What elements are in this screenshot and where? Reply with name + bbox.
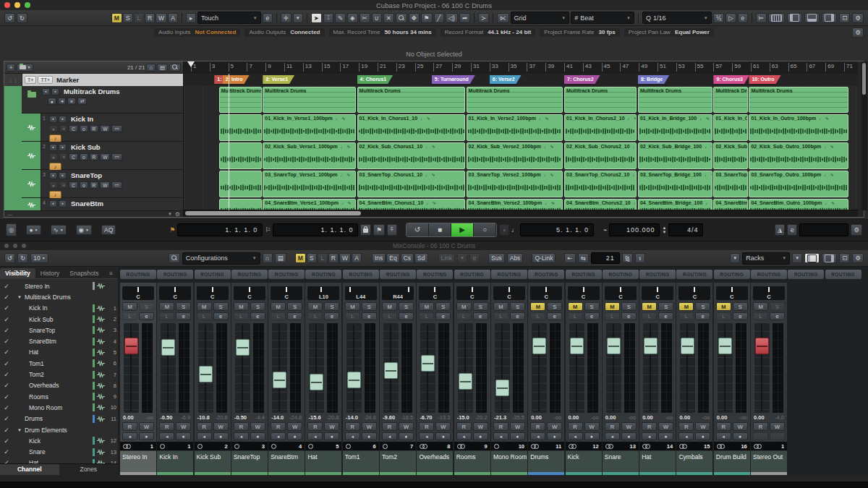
channel-name-row[interactable]: Tom2: [380, 451, 416, 475]
read-button[interactable]: R: [122, 422, 137, 431]
record-enable-button[interactable]: ●: [324, 432, 339, 440]
fader-track[interactable]: [606, 323, 621, 413]
racks-dropdown[interactable]: Racks▼: [742, 252, 790, 265]
automation-m-button[interactable]: M: [295, 253, 306, 263]
track-read-button[interactable]: R: [90, 125, 99, 132]
read-button[interactable]: R: [307, 422, 323, 431]
channel-name-row[interactable]: Drum Build: [714, 451, 750, 475]
marker-lane[interactable]: 1:2: Intro3: Verse14: Chorus15: Turnarou…: [184, 74, 858, 87]
mute-button[interactable]: M: [530, 302, 545, 311]
visibility-check-icon[interactable]: ✓: [0, 360, 13, 367]
pan-control[interactable]: C: [122, 286, 154, 300]
right-zone-button[interactable]: [822, 13, 837, 23]
channel-visibility-badge[interactable]: 10▼: [30, 253, 48, 263]
cycle-marker[interactable]: 9: Chorus3: [713, 75, 749, 84]
routing-rack-header[interactable]: ROUTING: [566, 270, 602, 279]
track-record-button[interactable]: ●: [49, 125, 58, 132]
fader-handle[interactable]: [161, 339, 175, 356]
channel-strip[interactable]: R44MSLe-9.60-16.5RW◂●7Tom2: [380, 283, 416, 475]
line-tool[interactable]: ╱: [434, 13, 444, 23]
pan-control[interactable]: L10: [307, 286, 339, 300]
read-button[interactable]: R: [568, 422, 583, 431]
solo-button[interactable]: S: [362, 302, 377, 311]
edit-channel-button[interactable]: e: [250, 312, 265, 320]
monitor-button[interactable]: ◂: [159, 432, 174, 440]
channel-strip[interactable]: CMSLe-0.50-6.9RW◂●1Kick In: [157, 283, 193, 475]
routing-rack-header[interactable]: ROUTING: [676, 270, 712, 279]
visibility-check-icon[interactable]: ✓: [0, 348, 13, 356]
quantize-dropdown[interactable]: Q 1/16▼: [642, 12, 712, 24]
redo-button[interactable]: ↻: [17, 13, 27, 23]
pan-control[interactable]: C: [678, 286, 710, 300]
listen-button[interactable]: L: [678, 312, 694, 320]
record-enable-button[interactable]: ●: [695, 432, 710, 440]
visibility-item[interactable]: ✓Stereo In: [0, 281, 118, 291]
edit-channel-button[interactable]: e: [510, 312, 525, 320]
channel-width-button[interactable]: ⇆: [578, 253, 589, 263]
folder-track-row[interactable]: ▪▪Multitrack Drums●◂≡⇄: [22, 86, 183, 114]
folder-event[interactable]: Multitrack Drums: [564, 87, 637, 113]
audio-event[interactable]: 01_Kick_In_Outro_100bpm♩ ∿: [749, 114, 848, 141]
visibility-item[interactable]: ✓Kick In1: [0, 303, 118, 314]
autoscroll-options-arrow[interactable]: ▼: [293, 13, 303, 23]
visibility-check-icon[interactable]: ✓: [0, 316, 13, 323]
write-button[interactable]: W: [733, 422, 748, 431]
audio-event[interactable]: 01_Kick_In_Chorus2_10♩ ∿: [564, 114, 637, 141]
position-field[interactable]: 5. 1. 1. 0: [520, 223, 594, 236]
left-locator-flag-icon[interactable]: ⚑: [169, 226, 175, 234]
write-button[interactable]: W: [473, 422, 488, 431]
monitor-button[interactable]: ◂: [122, 432, 137, 440]
listen-button[interactable]: L: [716, 312, 731, 320]
pan-control[interactable]: C: [234, 286, 265, 300]
solo-button[interactable]: S: [695, 302, 710, 311]
fader-handle[interactable]: [644, 338, 658, 354]
audio-event[interactable]: 01_Kick_In_Verse1_100bpm♩ ∿: [263, 114, 356, 141]
mix-redo-button[interactable]: ↻: [17, 253, 28, 263]
project-cursor[interactable]: [229, 74, 229, 210]
cycle-marker[interactable]: 6: Verse2: [490, 75, 522, 84]
track-lanes-button[interactable]: ▭: [111, 125, 122, 132]
solo-button[interactable]: S: [621, 302, 637, 311]
pan-control[interactable]: C: [419, 286, 451, 300]
solo-button[interactable]: S: [510, 302, 525, 311]
routing-rack-header[interactable]: ROUTING: [714, 270, 750, 279]
folder-record-button[interactable]: ●: [48, 98, 56, 105]
channel-strip[interactable]: L10MSLe-15.6-20.8RW◂●5Hat: [305, 283, 341, 475]
track-solo-button[interactable]: ▪: [59, 116, 67, 123]
track-solo-button[interactable]: ▪: [59, 144, 67, 151]
read-button[interactable]: R: [197, 422, 212, 431]
fader-handle[interactable]: [607, 338, 621, 354]
pan-control[interactable]: C: [716, 286, 748, 300]
track-lock-button[interactable]: o: [80, 125, 88, 132]
edit-channel-button[interactable]: e: [547, 312, 562, 320]
audio-event[interactable]: 01_Kick_In_Verse2_100bpm♩ ∿: [467, 114, 563, 141]
track-mute-button[interactable]: ▪: [49, 116, 57, 123]
fader-track[interactable]: [124, 323, 139, 413]
monitor-button[interactable]: ◂: [197, 432, 212, 440]
mute-button[interactable]: M: [642, 302, 657, 311]
edit-channel-button[interactable]: e: [658, 312, 673, 320]
audio-event[interactable]: 01_Kick_In_Bridge_100♩ ∿: [638, 114, 712, 141]
read-button[interactable]: R: [642, 422, 657, 431]
edit-channel-button[interactable]: e: [435, 312, 451, 320]
add-cycle-marker-button[interactable]: TT+: [38, 76, 53, 84]
cycle-button[interactable]: ↺: [407, 223, 429, 236]
mute-button[interactable]: M: [345, 302, 360, 311]
track-lanes-button[interactable]: ▭: [111, 181, 122, 189]
channel-name-row[interactable]: Stereo Out: [751, 451, 787, 475]
grid-type-dropdown[interactable]: # Beat▼: [571, 12, 634, 24]
record-enable-button[interactable]: ●: [435, 432, 451, 440]
channel-name-row[interactable]: SnareBtm: [268, 451, 305, 475]
track-setup-gear[interactable]: ⚙: [175, 211, 180, 218]
fader-handle[interactable]: [459, 373, 472, 390]
draw-tool[interactable]: ✎: [335, 13, 346, 23]
audio-event[interactable]: 02_Kick_Sub_Chorus2_10♩ ∿: [564, 142, 637, 169]
channel-name-row[interactable]: Kick Sub: [195, 451, 231, 475]
listen-button[interactable]: L: [307, 312, 323, 320]
edit-channel-button[interactable]: e: [399, 312, 414, 320]
folder-event[interactable]: Multitrack Drums: [263, 87, 356, 113]
fader-handle[interactable]: [755, 338, 769, 354]
channel-name-row[interactable]: Snare: [603, 451, 639, 475]
nudge-button[interactable]: ≻: [478, 13, 489, 23]
channel-name-row[interactable]: Stereo In: [120, 451, 156, 475]
